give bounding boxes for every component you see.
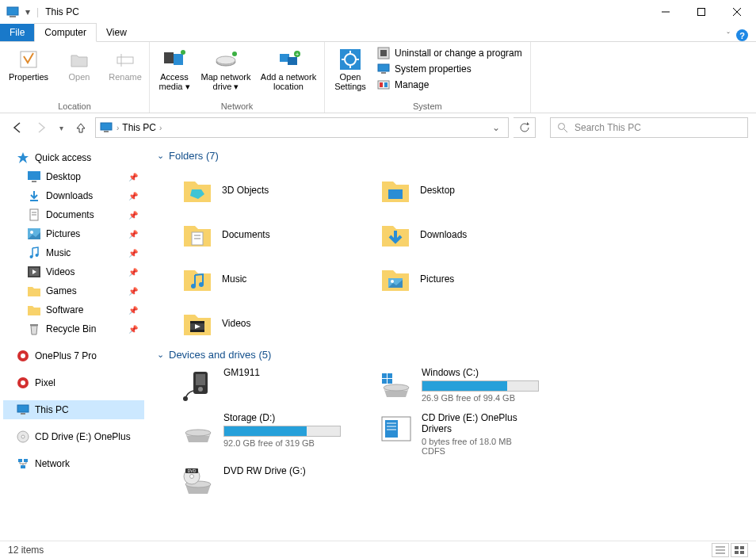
drive-free: 26.9 GB free of 99.4 GB	[422, 393, 539, 403]
monitor-icon	[377, 63, 390, 75]
sidebar-item-pictures[interactable]: Pictures📌	[3, 224, 144, 243]
sidebar-item-desktop[interactable]: Desktop📌	[3, 167, 144, 186]
svg-rect-6	[21, 52, 36, 67]
sidebar-item-oneplus[interactable]: OnePlus 7 Pro	[3, 346, 144, 365]
rename-button[interactable]: Rename	[106, 44, 144, 82]
address-bar[interactable]: › This PC › ⌄	[95, 117, 509, 138]
help-icon[interactable]: ?	[736, 29, 748, 41]
chevron-down-icon: ⌄	[157, 350, 164, 360]
uninstall-button[interactable]: Uninstall or change a program	[374, 45, 525, 61]
breadcrumb[interactable]: This PC	[119, 122, 159, 133]
drive-icon: DVD	[181, 465, 216, 500]
map-drive-button[interactable]: Map network drive ▾	[197, 44, 254, 92]
search-box[interactable]	[550, 117, 748, 138]
open-settings-button[interactable]: Open Settings	[330, 44, 371, 91]
drive-item[interactable]: CD Drive (E:) OnePlus Drivers0 bytes fre…	[355, 412, 553, 456]
ribbon-group-location: Properties Open Rename Location	[0, 42, 150, 113]
maximize-button[interactable]	[683, 0, 719, 24]
sidebar-item-games[interactable]: Games📌	[3, 281, 144, 300]
svg-point-88	[190, 475, 194, 479]
sidebar-item-downloads[interactable]: Downloads📌	[3, 186, 144, 205]
view-details-button[interactable]	[712, 543, 729, 557]
pin-icon: 📌	[128, 249, 138, 258]
svg-rect-30	[380, 82, 383, 87]
tab-computer[interactable]: Computer	[34, 23, 97, 42]
svg-rect-26	[380, 50, 387, 56]
sidebar-item-software[interactable]: Software📌	[3, 300, 144, 319]
manage-button[interactable]: Manage	[374, 77, 525, 93]
folder-label: Downloads	[420, 229, 467, 240]
search-input[interactable]	[575, 122, 741, 133]
recent-dropdown-icon[interactable]: ▾	[55, 118, 67, 137]
qat-dropdown-icon[interactable]: ▾	[22, 6, 33, 17]
section-drives[interactable]: ⌄ Devices and drives (5)	[157, 349, 746, 361]
nav-sidebar: Quick access Desktop📌 Downloads📌 Documen…	[0, 142, 147, 537]
folder-icon	[379, 174, 412, 207]
back-button[interactable]	[8, 118, 27, 137]
cd-icon	[16, 430, 30, 443]
drive-name: CD Drive (E:) OnePlus Drivers	[422, 412, 539, 434]
refresh-button[interactable]	[514, 117, 536, 138]
sidebar-quick-access[interactable]: Quick access	[3, 148, 144, 167]
svg-point-11	[181, 50, 185, 55]
folder-icon	[27, 285, 41, 297]
svg-rect-9	[164, 52, 174, 63]
sidebar-item-documents[interactable]: Documents📌	[3, 205, 144, 224]
forward-button[interactable]	[32, 118, 51, 137]
drive-item[interactable]: Storage (D:)92.0 GB free of 319 GB	[157, 412, 355, 456]
svg-rect-82	[385, 420, 398, 438]
drive-item[interactable]: GM1911	[157, 367, 355, 403]
sidebar-item-pixel[interactable]: Pixel	[3, 373, 144, 392]
pin-icon: 📌	[128, 306, 138, 315]
svg-point-74	[183, 396, 188, 401]
drive-item[interactable]: Windows (C:)26.9 GB free of 99.4 GB	[355, 367, 553, 403]
properties-button[interactable]: Properties	[5, 44, 52, 82]
section-folders[interactable]: ⌄ Folders (7)	[157, 150, 746, 162]
tab-view[interactable]: View	[97, 24, 136, 41]
tab-file[interactable]: File	[0, 24, 34, 41]
sidebar-item-cd-drive[interactable]: CD Drive (E:) OnePlus	[3, 427, 144, 446]
add-location-button[interactable]: + Add a network location	[258, 44, 319, 91]
folder-item[interactable]: Documents	[157, 212, 355, 257]
system-properties-button[interactable]: System properties	[374, 61, 525, 77]
svg-rect-54	[21, 413, 25, 415]
svg-rect-76	[382, 373, 387, 378]
picture-icon	[27, 227, 41, 240]
svg-rect-7	[117, 57, 133, 63]
svg-rect-69	[190, 321, 204, 323]
minimize-button[interactable]	[647, 0, 683, 24]
view-icons-button[interactable]	[731, 543, 748, 557]
sidebar-item-videos[interactable]: Videos📌	[3, 262, 144, 281]
svg-text:DVD: DVD	[188, 468, 197, 473]
up-button[interactable]	[71, 118, 90, 137]
folder-label: Pictures	[420, 273, 454, 285]
close-button[interactable]	[719, 0, 754, 24]
sidebar-item-this-pc[interactable]: This PC	[3, 400, 144, 419]
ribbon-collapse-icon[interactable]: ˇ	[727, 31, 730, 40]
folder-item[interactable]: Desktop	[355, 168, 553, 212]
open-button[interactable]: Open	[55, 44, 103, 82]
address-dropdown-icon[interactable]: ⌄	[487, 122, 505, 133]
folder-item[interactable]: Pictures	[355, 257, 553, 301]
folder-item[interactable]: Downloads	[355, 212, 553, 257]
folder-icon	[27, 304, 41, 316]
folder-item[interactable]: Videos	[157, 301, 355, 346]
svg-point-52	[21, 380, 25, 385]
svg-rect-10	[174, 54, 183, 65]
drive-name: Storage (D:)	[223, 412, 341, 423]
sidebar-item-network[interactable]: Network	[3, 454, 144, 473]
folder-item[interactable]: 3D Objects	[157, 168, 355, 212]
svg-rect-57	[18, 459, 22, 462]
folder-item[interactable]: Music	[157, 257, 355, 301]
pc-icon	[99, 120, 113, 135]
svg-rect-27	[378, 64, 389, 71]
sidebar-item-recycle[interactable]: Recycle Bin📌	[3, 319, 144, 338]
svg-rect-16	[288, 57, 297, 65]
content-pane: ⌄ Folders (7) 3D ObjectsDesktopDocuments…	[147, 142, 756, 537]
drive-item[interactable]: DVDDVD RW Drive (G:)	[157, 465, 355, 500]
manage-icon	[377, 78, 390, 91]
access-media-button[interactable]: Access media ▾	[155, 44, 194, 92]
video-icon	[27, 266, 41, 278]
sidebar-item-music[interactable]: Music📌	[3, 243, 144, 262]
chevron-right-icon[interactable]: ›	[159, 124, 162, 132]
